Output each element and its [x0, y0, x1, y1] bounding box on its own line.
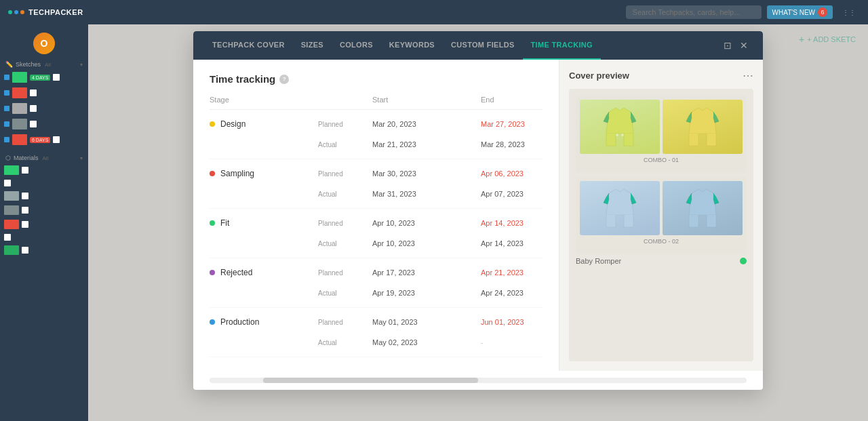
- avatar[interactable]: O: [33, 33, 55, 54]
- table-row: Actual Apr 19, 2023 Apr 24, 2023 ⏱: [210, 283, 542, 303]
- stage-sampling: Sampling Planned Mar 30, 2023 Apr 06, 20…: [210, 159, 542, 209]
- time-tracking-title: Time tracking: [210, 73, 275, 85]
- stage-name-design: Design: [210, 119, 318, 129]
- combo-01-garments: [580, 100, 743, 154]
- checkbox[interactable]: [53, 136, 60, 143]
- whats-new-label: WHAT'S NEW: [772, 9, 815, 16]
- checkbox[interactable]: [22, 167, 28, 174]
- checkbox[interactable]: [22, 247, 28, 254]
- list-item[interactable]: [0, 203, 88, 217]
- list-item[interactable]: [0, 243, 88, 257]
- scrollbar-thumb[interactable]: [263, 378, 478, 383]
- combo-02: COMBO - 02: [576, 177, 747, 254]
- modal-body: Time tracking ? Stage Start End: [193, 60, 763, 371]
- type-header: [318, 96, 372, 104]
- svg-point-1: [621, 134, 624, 136]
- panel-title: Time tracking ?: [210, 73, 542, 85]
- item-thumb: [12, 87, 27, 98]
- checkbox[interactable]: [22, 207, 28, 214]
- content-area: + + ADD SKETC TECHPACK COVER SIZES COLOR…: [88, 24, 868, 421]
- list-item[interactable]: [0, 117, 88, 132]
- list-item[interactable]: [0, 218, 88, 231]
- stage-name-fit: Fit: [210, 218, 318, 228]
- tab-colors[interactable]: COLORS: [332, 31, 381, 60]
- list-item[interactable]: [0, 163, 88, 177]
- item-thumb: [12, 119, 27, 129]
- cover-preview-menu-button[interactable]: ⋯: [743, 69, 753, 82]
- stage-dot-sampling: [210, 171, 215, 176]
- start-date: Mar 20, 2023: [372, 120, 481, 128]
- garment-svg-1: [602, 106, 637, 147]
- table-row: Production Planned May 01, 2023 Jun 01, …: [210, 312, 542, 332]
- checkbox[interactable]: [22, 221, 28, 228]
- stage-design: Design Planned Mar 20, 2023 Mar 27, 2023…: [210, 110, 542, 159]
- garment-thumb-3: [580, 181, 660, 235]
- table-row: Actual Apr 10, 2023 Apr 14, 2023: [210, 233, 542, 254]
- close-modal-icon[interactable]: ✕: [736, 40, 752, 51]
- garment-thumb-2: [663, 100, 743, 154]
- dot-2: [14, 10, 18, 14]
- logo: TECHPACKER: [8, 8, 83, 16]
- list-item[interactable]: [0, 189, 88, 203]
- list-item[interactable]: 4 DAYS: [0, 70, 88, 85]
- checkbox[interactable]: [4, 180, 11, 186]
- tab-techpack-cover[interactable]: TECHPACK COVER: [204, 31, 293, 60]
- days-badge-red: 6 DAYS: [30, 137, 50, 143]
- checkbox[interactable]: [22, 193, 28, 199]
- stage-dot-rejected: [210, 270, 215, 275]
- modal-overlay: TECHPACK COVER SIZES COLORS KEYWORDS CUS…: [88, 24, 868, 421]
- checkbox[interactable]: [30, 121, 37, 127]
- cover-preview-header: Cover preview ⋯: [569, 69, 753, 82]
- list-item[interactable]: [0, 85, 88, 100]
- end-date: Mar 28, 2023: [481, 140, 559, 148]
- list-item[interactable]: [0, 232, 88, 243]
- materials-expand[interactable]: ▾: [80, 155, 83, 161]
- sketch-icon: ✏️: [5, 61, 13, 68]
- checkbox[interactable]: [30, 89, 37, 96]
- top-bar: TECHPACKER WHAT'S NEW 6 ⋮⋮: [0, 0, 868, 24]
- whats-new-button[interactable]: WHAT'S NEW 6: [767, 5, 833, 19]
- list-item[interactable]: [0, 178, 88, 188]
- sketches-filter[interactable]: All: [45, 62, 51, 68]
- drag-handle: [4, 137, 9, 142]
- material-thumb: [4, 245, 19, 255]
- days-badge: 4 DAYS: [30, 75, 50, 81]
- stage-dot-fit: [210, 220, 215, 226]
- user-menu-dots[interactable]: ⋮⋮: [838, 9, 860, 16]
- checkbox[interactable]: [30, 105, 37, 112]
- garment-thumb-4: [663, 181, 743, 235]
- materials-filter[interactable]: All: [43, 155, 49, 161]
- drag-handle: [4, 75, 9, 80]
- materials-label: Materials: [14, 155, 39, 161]
- info-icon[interactable]: ?: [279, 75, 289, 84]
- stage-rejected: Rejected Planned Apr 17, 2023 Apr 21, 20…: [210, 258, 542, 308]
- stage-name-production: Production: [210, 317, 318, 327]
- modal: TECHPACK COVER SIZES COLORS KEYWORDS CUS…: [193, 31, 763, 390]
- table-row: Sampling Planned Mar 30, 2023 Apr 06, 20…: [210, 163, 542, 184]
- checkbox[interactable]: [4, 234, 11, 241]
- dot-1: [8, 10, 12, 14]
- item-thumb: [12, 134, 27, 145]
- end-date-dash: -: [481, 338, 559, 346]
- drag-handle: [4, 121, 9, 127]
- sketches-label: Sketches: [16, 61, 41, 68]
- app-name: TECHPACKER: [28, 8, 83, 16]
- cover-preview-title: Cover preview: [569, 71, 629, 81]
- checkbox[interactable]: [53, 74, 60, 81]
- combo-01: COMBO - 01: [576, 96, 747, 173]
- tab-sizes[interactable]: SIZES: [293, 31, 332, 60]
- table-row: Design Planned Mar 20, 2023 Mar 27, 2023…: [210, 114, 542, 134]
- list-item[interactable]: 6 DAYS: [0, 132, 88, 147]
- search-input[interactable]: [626, 5, 762, 19]
- start-date: Mar 21, 2023: [372, 140, 481, 148]
- sidebar-section-materials: ⬡ Materials All ▾: [0, 153, 88, 163]
- list-item[interactable]: [0, 101, 88, 116]
- table-row: Actual Mar 31, 2023 Apr 07, 2023 ⏱: [210, 184, 542, 204]
- expand-modal-icon[interactable]: ⊡: [719, 40, 736, 51]
- tab-time-tracking[interactable]: TIME TRACKING: [523, 31, 601, 60]
- sketches-expand[interactable]: ▾: [80, 62, 83, 68]
- garment-thumb-1: [580, 100, 660, 154]
- horizontal-scrollbar[interactable]: [210, 378, 747, 383]
- tab-keywords[interactable]: KEYWORDS: [381, 31, 443, 60]
- tab-custom-fields[interactable]: CUSTOM FIELDS: [443, 31, 523, 60]
